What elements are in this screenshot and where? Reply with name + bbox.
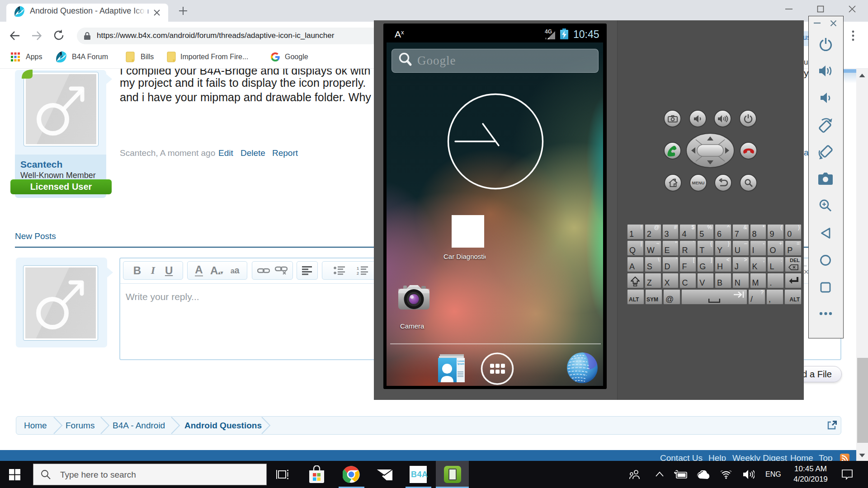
svg-text:Ipsum: Ipsum [458,362,464,365]
svg-text:1: 1 [357,266,359,271]
svg-text:2: 2 [357,271,359,275]
